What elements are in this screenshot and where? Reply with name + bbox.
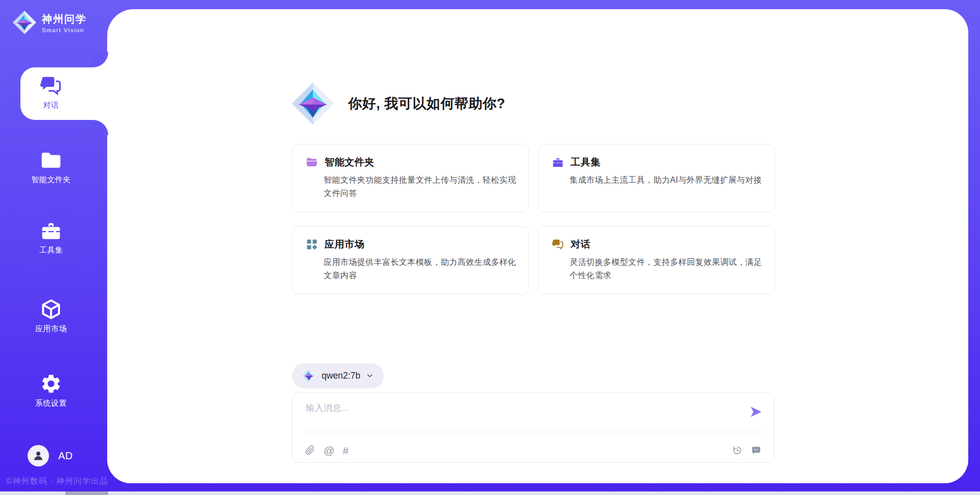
- sidebar-item-label: 智能文件夹: [31, 175, 71, 185]
- app-root: 神州问学 Smart Vision 对话 智能文件夹 工具集 应用市场 系统设置…: [0, 0, 980, 495]
- copyright-text: ©神州数码 · 神州问学出品: [6, 476, 108, 487]
- sidebar-item-label: 对话: [43, 101, 59, 110]
- card-title: 智能文件夹: [325, 156, 375, 169]
- tab-fillet-bottom: [93, 120, 108, 135]
- sidebar-item-label: 工具集: [39, 245, 63, 255]
- model-selector[interactable]: qwen2:7b: [292, 363, 384, 388]
- os-edge-strip: [0, 491, 980, 495]
- message-square-icon[interactable]: [751, 445, 762, 456]
- greeting: 你好, 我可以如何帮助你?: [291, 82, 505, 126]
- folder-open-icon: [306, 156, 318, 168]
- card-title: 对话: [571, 238, 591, 251]
- sidebar-item-chat[interactable]: 对话: [0, 75, 102, 110]
- send-icon[interactable]: [749, 405, 763, 418]
- brand-name: 神州问学: [42, 12, 87, 26]
- feature-cards: 智能文件夹 智能文件夹功能支持批量文件上传与清洗，轻松实现文件问答 工具集 集成…: [292, 144, 775, 294]
- brand-subtitle: Smart Vision: [42, 27, 87, 33]
- hashtag-icon[interactable]: #: [342, 445, 349, 456]
- toolbox-icon: [40, 219, 62, 242]
- person-icon: [32, 449, 45, 462]
- greeting-diamond-icon: [291, 82, 335, 126]
- brand-diamond-icon: [12, 10, 37, 35]
- card-title: 应用市场: [325, 238, 364, 251]
- greeting-title: 你好, 我可以如何帮助你?: [348, 94, 505, 113]
- sidebar-item-app-market[interactable]: 应用市场: [0, 298, 102, 334]
- sidebar-item-settings[interactable]: 系统设置: [0, 373, 102, 408]
- card-description: 智能文件夹功能支持批量文件上传与清洗，轻松实现文件问答: [324, 174, 517, 200]
- avatar: [28, 445, 49, 466]
- card-smart-folder[interactable]: 智能文件夹 智能文件夹功能支持批量文件上传与清洗，轻松实现文件问答: [292, 144, 529, 212]
- mention-icon[interactable]: @: [324, 445, 334, 456]
- sidebar-item-toolset[interactable]: 工具集: [0, 219, 102, 255]
- user-account[interactable]: AD: [28, 445, 73, 466]
- sidebar-item-label: 应用市场: [35, 324, 67, 334]
- message-input[interactable]: [292, 393, 774, 431]
- card-description: 集成市场上主流工具，助力AI与外界无缝扩展与对接: [570, 174, 763, 187]
- card-description: 应用市场提供丰富长文本模板，助力高效生成多样化文章内容: [324, 256, 517, 282]
- history-icon[interactable]: [732, 445, 743, 456]
- chat-icon: [552, 238, 564, 251]
- chat-icon: [40, 75, 62, 97]
- gear-icon: [40, 373, 62, 395]
- sidebar-item-label: 系统设置: [35, 399, 67, 408]
- composer-toolbar: @ #: [305, 445, 762, 456]
- toolbox-icon: [552, 156, 564, 168]
- chevron-down-icon: [366, 372, 374, 380]
- card-app-market[interactable]: 应用市场 应用市场提供丰富长文本模板，助力高效生成多样化文章内容: [292, 226, 529, 294]
- attach-icon[interactable]: [305, 445, 315, 456]
- model-name: qwen2:7b: [322, 370, 360, 381]
- cube-icon: [40, 298, 62, 320]
- card-title: 工具集: [571, 156, 601, 169]
- tab-fillet-top: [93, 52, 108, 67]
- brand-logo: 神州问学 Smart Vision: [12, 10, 87, 35]
- folder-icon: [40, 149, 62, 171]
- grid-icon: [306, 238, 318, 251]
- sidebar-item-smart-folder[interactable]: 智能文件夹: [0, 149, 102, 185]
- card-description: 灵活切换多模型文件，支持多样回复效果调试，满足个性化需求: [570, 256, 763, 282]
- card-chat[interactable]: 对话 灵活切换多模型文件，支持多样回复效果调试，满足个性化需求: [538, 226, 775, 294]
- composer-divider: [303, 432, 764, 432]
- card-toolset[interactable]: 工具集 集成市场上主流工具，助力AI与外界无缝扩展与对接: [538, 144, 775, 212]
- message-composer: @ #: [292, 392, 774, 463]
- model-diamond-icon: [302, 369, 316, 383]
- user-initials: AD: [58, 450, 73, 462]
